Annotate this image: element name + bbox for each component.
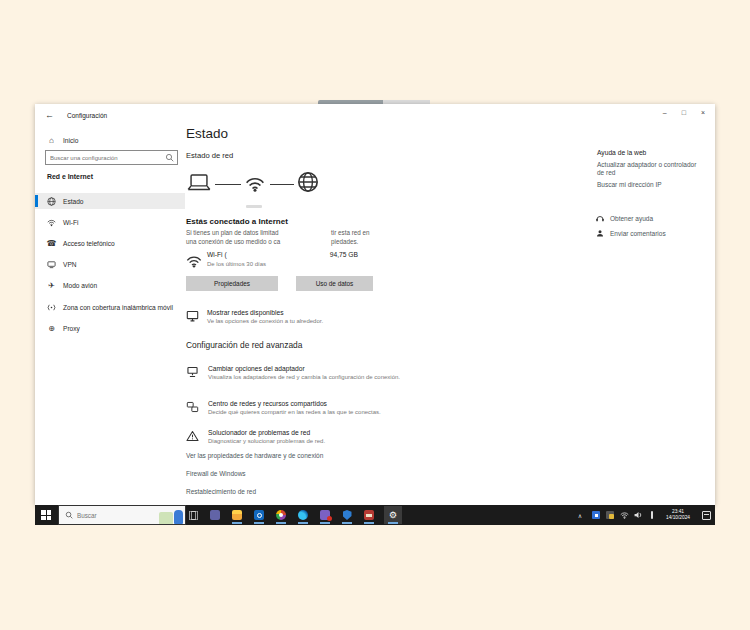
sidebar-item-airplane-mode[interactable]: ✈ Modo avión <box>35 277 185 293</box>
clock-date: 14/10/2024 <box>658 515 698 521</box>
vpn-icon <box>47 260 56 269</box>
sidebar-item-label: Wi-Fi <box>63 219 78 226</box>
connection-line <box>270 184 294 185</box>
file-explorer-icon[interactable] <box>228 506 246 524</box>
hardware-properties-link[interactable]: Ver las propiedades de hardware y de con… <box>186 452 323 459</box>
minimize-icon[interactable]: – <box>663 109 667 116</box>
maximize-icon[interactable]: □ <box>682 109 686 116</box>
laptop-icon <box>186 170 212 196</box>
search-highlight-image[interactable] <box>174 510 183 524</box>
search-icon[interactable] <box>165 153 174 162</box>
action-center-icon[interactable] <box>701 510 711 520</box>
tray-pen-icon[interactable] <box>647 510 657 520</box>
taskbar-search-input[interactable] <box>77 512 157 519</box>
tray-app2-glyph <box>606 511 614 519</box>
tray-clock[interactable]: 23:41 14/10/2024 <box>658 509 698 521</box>
close-icon[interactable]: × <box>701 109 705 116</box>
find-ip-link[interactable]: Buscar mi dirección IP <box>597 181 662 188</box>
back-button[interactable]: ← <box>45 110 54 120</box>
teams-chat-icon[interactable] <box>316 506 334 524</box>
usage-period: De los últimos 30 días <box>207 261 266 269</box>
advanced-settings-header: Configuración de red avanzada <box>186 340 302 350</box>
task-view-icon[interactable] <box>184 506 202 524</box>
wifi-connection-icon <box>186 254 202 268</box>
advanced-item-description: Diagnosticar y solucionar problemas de r… <box>208 438 408 446</box>
chrome-icon[interactable] <box>272 506 290 524</box>
settings-window: ← Configuración – □ × ⌂ Inicio Red e Int… <box>35 104 715 505</box>
red-app-icon[interactable] <box>360 506 378 524</box>
properties-button[interactable]: Propiedades <box>186 276 278 291</box>
windows-logo-icon <box>41 510 46 515</box>
security-shield-icon[interactable] <box>338 506 356 524</box>
sidebar-item-hotspot[interactable]: Zona con cobertura inalámbrica móvil <box>35 299 185 315</box>
sidebar-item-proxy[interactable]: ⊕ Proxy <box>35 320 185 336</box>
edge-icon[interactable] <box>294 506 312 524</box>
data-usage-button[interactable]: Uso de datos <box>296 276 373 291</box>
sidebar-item-label: Proxy <box>63 325 80 332</box>
sidebar-item-dialup[interactable]: ☎ Acceso telefónico <box>35 235 185 251</box>
tray-app2-icon[interactable] <box>605 510 615 520</box>
tray-app1-glyph <box>592 511 600 519</box>
sidebar-item-estado[interactable]: Estado <box>35 193 185 209</box>
advanced-item-description: Decide qué quieres compartir en las rede… <box>208 409 408 417</box>
show-networks-title[interactable]: Mostrar redes disponibles <box>207 309 284 316</box>
chrome-center <box>279 513 283 517</box>
advanced-item-title[interactable]: Solucionador de problemas de red <box>208 429 310 436</box>
update-adapter-link[interactable]: Actualizar adaptador o controlador de re… <box>597 161 702 178</box>
outlook-glyph <box>254 510 264 520</box>
data-used-value: 94,75 GB <box>305 251 358 258</box>
windows-logo-icon <box>47 516 52 521</box>
teams-glyph <box>210 510 220 520</box>
outlook-ring <box>257 513 262 518</box>
search-icon <box>65 511 73 519</box>
settings-search <box>45 150 178 165</box>
tray-chevron-up-icon[interactable]: ∧ <box>575 510 585 520</box>
network-reset-link[interactable]: Restablecimiento de red <box>186 488 256 495</box>
sidebar-item-label: Acceso telefónico <box>63 240 115 247</box>
tray-app1-icon[interactable] <box>591 510 601 520</box>
sidebar-item-home[interactable]: ⌂ Inicio <box>35 132 185 148</box>
outlook-icon[interactable] <box>250 506 268 524</box>
sidebar-item-wifi[interactable]: Wi-Fi <box>35 214 185 230</box>
mobile-hotspot-icon <box>47 303 56 312</box>
warning-triangle-icon <box>186 430 199 442</box>
tray-volume-icon[interactable] <box>633 510 643 520</box>
get-help-link[interactable]: Obtener ayuda <box>610 215 653 222</box>
connection-description-right: tir esta red en piedades. <box>331 228 370 246</box>
feedback-icon <box>595 229 605 238</box>
task-view-glyph <box>189 511 198 520</box>
network-sharing-icon <box>186 401 199 413</box>
window-title: Configuración <box>67 112 107 119</box>
sidebar-item-vpn[interactable]: VPN <box>35 256 185 272</box>
chrome-glyph <box>276 510 286 520</box>
network-globe-icon <box>47 197 56 206</box>
teams-icon[interactable] <box>206 506 224 524</box>
action-center-line <box>704 514 709 515</box>
pen-glyph <box>651 511 653 519</box>
notification-badge <box>327 516 332 521</box>
advanced-item-title[interactable]: Cambiar opciones del adaptador <box>208 365 305 372</box>
advanced-item-title[interactable]: Centro de redes y recursos compartidos <box>208 400 327 407</box>
edge-glyph <box>298 510 308 520</box>
shield-glyph <box>343 510 352 520</box>
settings-search-input[interactable] <box>46 155 165 161</box>
tray-wifi-icon[interactable] <box>619 510 629 520</box>
airplane-icon: ✈ <box>47 281 56 290</box>
windows-firewall-link[interactable]: Firewall de Windows <box>186 470 246 477</box>
connection-description-left: Si tienes un plan de datos limitad una c… <box>186 228 280 246</box>
search-highlight-image[interactable] <box>159 512 173 524</box>
taskbar: ⚙ ∧ 23:41 14/10/2024 <box>35 505 715 525</box>
show-networks-subtitle: Ve las opciones de conexión a tu alreded… <box>207 318 323 326</box>
send-feedback-link[interactable]: Enviar comentarios <box>610 230 666 237</box>
internet-globe-icon <box>297 171 319 193</box>
tray-app1-dot <box>595 514 598 517</box>
sidebar-home-label: Inicio <box>63 137 78 144</box>
screen: ← Configuración – □ × ⌂ Inicio Red e Int… <box>35 104 715 525</box>
settings-app-icon[interactable]: ⚙ <box>384 506 402 524</box>
get-help-icon <box>595 214 605 223</box>
description-line: piedades. <box>331 237 370 246</box>
start-button[interactable] <box>41 510 51 520</box>
adapter-options-icon <box>186 366 199 378</box>
description-line: Si tienes un plan de datos limitad <box>186 228 280 237</box>
web-help-header: Ayuda de la web <box>597 149 646 156</box>
